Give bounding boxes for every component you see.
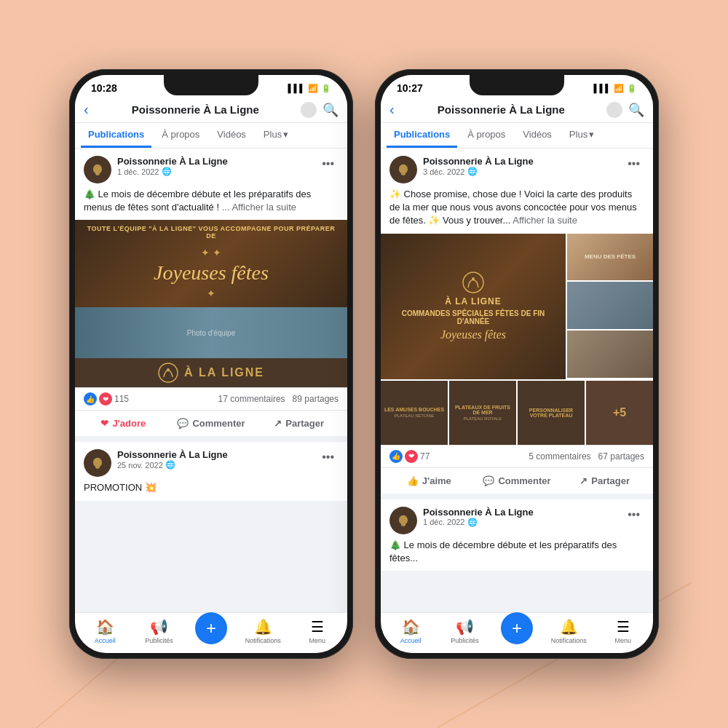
- post-meta-1-right: Poissonnerie À La Ligne 3 déc. 2022 🌐: [423, 156, 617, 176]
- nav-add-button-left[interactable]: +: [195, 612, 227, 644]
- fb-content-left[interactable]: Poissonnerie À La Ligne 1 déc. 2022 🌐 ••…: [75, 149, 347, 619]
- nav-accueil-left[interactable]: 🏠 Accueil: [87, 618, 123, 644]
- svg-point-9: [463, 272, 483, 293]
- page-title-left: Poissonnerie À La Ligne: [95, 103, 296, 116]
- post-avatar-1-left: [84, 156, 111, 183]
- tab-apropos-left[interactable]: À propos: [154, 123, 207, 148]
- phone-right-screen: 10:27 ▌▌▌ 📶 🔋 ‹ Poissonnerie À La Ligne …: [381, 75, 653, 653]
- post-options-2-right[interactable]: •••: [623, 507, 644, 523]
- post-options-1-right[interactable]: •••: [623, 156, 644, 172]
- bottom-nav-left: 🏠 Accueil 📢 Publicités + 🔔 Notifications…: [75, 612, 347, 653]
- page-avatar-right: [606, 102, 622, 118]
- signal-icon-right: ▌▌▌: [594, 84, 611, 92]
- fb-tabs-right: Publications À propos Vidéos Plus ▾: [381, 123, 653, 149]
- menu-cursive: Joyeuses fêtes: [440, 328, 506, 341]
- share-button-1-left[interactable]: ↗ Partager: [256, 414, 341, 433]
- tab-publications-left[interactable]: Publications: [81, 123, 151, 148]
- reaction-stats-1-right: 5 commentaires 67 partages: [529, 451, 644, 462]
- nav-notifications-right[interactable]: 🔔 Notifications: [550, 618, 587, 644]
- reaction-icons-1-left: 👍 ❤ 115: [84, 392, 129, 405]
- post-image-1-left: TOUTE L'ÉQUIPE "À LA LIGNE" VOUS ACCOMPA…: [75, 220, 347, 387]
- menu-bottom-plus: +5: [586, 381, 653, 445]
- header-title-wrap-right: Poissonnerie À La Ligne: [400, 102, 622, 118]
- action-buttons-1-left: ❤ J'adore 💬 Commenter ↗ Partager: [75, 411, 347, 436]
- tab-more-left[interactable]: Plus ▾: [256, 123, 296, 148]
- reaction-stats-1-left: 17 commentaires 89 partages: [218, 394, 339, 404]
- reactions-bar-1-left: 👍 ❤ 115 17 commentaires 89 partages: [75, 387, 347, 411]
- heart-icon-right: ❤: [405, 450, 418, 463]
- battery-icon-right: 🔋: [627, 84, 637, 93]
- globe-icon-2: 🌐: [165, 460, 175, 470]
- post-header-2-left: Poissonnerie À La Ligne 25 nov. 2022 🌐 •…: [75, 442, 347, 481]
- reactions-bar-1-right: 👍 ❤ 77 5 commentaires 67 partages: [381, 445, 653, 468]
- home-icon-left: 🏠: [96, 618, 114, 636]
- nav-publicites-right[interactable]: 📢 Publicités: [447, 618, 483, 644]
- menu-bottom-2: PLATEAUX DE FRUITS DE MER PLATEAU ROYALE: [449, 381, 518, 445]
- battery-icon: 🔋: [321, 84, 331, 93]
- post-avatar-1-right: [389, 156, 417, 183]
- jadore-button-left[interactable]: ❤ J'adore: [81, 414, 166, 433]
- post-meta-2-left: Poissonnerie À La Ligne 25 nov. 2022 🌐: [117, 449, 312, 470]
- search-button-left[interactable]: 🔍: [323, 102, 339, 118]
- status-icons-left: ▌▌▌ 📶 🔋: [288, 84, 331, 93]
- fb-header-right: ‹ Poissonnerie À La Ligne 🔍: [381, 97, 653, 123]
- chevron-down-icon-right: ▾: [589, 129, 594, 140]
- nav-notifications-left[interactable]: 🔔 Notifications: [245, 618, 281, 644]
- nav-add-button-right[interactable]: +: [501, 612, 533, 644]
- megaphone-icon-left: 📢: [150, 618, 168, 636]
- like-icon-right: 👍: [389, 450, 403, 463]
- jaime-button-right[interactable]: 👍 J'aime: [387, 471, 472, 491]
- menu-side-panels: MENU DES FÊTES: [566, 234, 653, 379]
- post-author-2-right: Poissonnerie À La Ligne: [423, 507, 617, 518]
- tab-videos-left[interactable]: Vidéos: [210, 123, 253, 148]
- reaction-icons-1-right: 👍 ❤ 77: [389, 450, 430, 463]
- share-button-1-right[interactable]: ↗ Partager: [562, 471, 647, 491]
- like-action-icon: 👍: [407, 475, 419, 486]
- post-card-2-left: Poissonnerie À La Ligne 25 nov. 2022 🌐 •…: [75, 442, 347, 500]
- post-avatar-2-left: [84, 449, 111, 477]
- bell-icon-left: 🔔: [254, 618, 272, 636]
- comment-icon: 💬: [177, 418, 189, 429]
- promo-banner-left: TOUTE L'ÉQUIPE "À LA LIGNE" VOUS ACCOMPA…: [75, 220, 347, 307]
- tab-publications-right[interactable]: Publications: [387, 123, 457, 148]
- menu-side-1: MENU DES FÊTES: [566, 234, 653, 282]
- search-button-right[interactable]: 🔍: [628, 102, 644, 118]
- page-avatar-left: [301, 102, 317, 118]
- nav-menu-right[interactable]: ☰ Menu: [605, 618, 641, 644]
- comment-button-1-right[interactable]: 💬 Commenter: [475, 471, 560, 491]
- globe-icon-r2: 🌐: [467, 518, 478, 527]
- banner-cursive: Joyeuses fêtes: [154, 261, 269, 285]
- brand-name-left: À LA LIGNE: [184, 366, 264, 379]
- post-header-2-right: Poissonnerie À La Ligne 1 déc. 2022 🌐 ••…: [381, 499, 653, 539]
- post-text-1-right: ✨ Chose promise, chose due ! Voici la ca…: [381, 188, 653, 234]
- stars-deco: ✦ ✦: [201, 247, 221, 258]
- fb-header-left: ‹ Poissonnerie À La Ligne 🔍: [75, 97, 347, 123]
- tab-more-right[interactable]: Plus ▾: [562, 123, 601, 148]
- nav-menu-left[interactable]: ☰ Menu: [299, 618, 336, 644]
- tab-apropos-right[interactable]: À propos: [460, 123, 513, 148]
- menu-main-title: COMMANDES SPÉCIALES FÊTES DE FIN D'ANNÉE: [388, 309, 558, 325]
- fb-tabs-left: Publications À propos Vidéos Plus ▾: [75, 123, 347, 149]
- comment-button-1-left[interactable]: 💬 Commenter: [169, 414, 254, 433]
- svg-point-10: [472, 277, 475, 280]
- phone-left-screen: 10:28 ▌▌▌ 📶 🔋 ‹ Poissonnerie À La Ligne …: [75, 75, 347, 653]
- phone-right-notch: [470, 75, 564, 95]
- back-button-left[interactable]: ‹: [84, 101, 89, 118]
- wifi-icon: 📶: [308, 84, 318, 93]
- post-header-1-left: Poissonnerie À La Ligne 1 déc. 2022 🌐 ••…: [75, 149, 347, 188]
- fb-content-right[interactable]: Poissonnerie À La Ligne 3 déc. 2022 🌐 ••…: [381, 149, 653, 619]
- nav-publicites-left[interactable]: 📢 Publicités: [141, 618, 178, 644]
- nav-accueil-right[interactable]: 🏠 Accueil: [392, 618, 429, 644]
- post-options-2-left[interactable]: •••: [317, 449, 339, 465]
- post-date-2-right: 1 déc. 2022 🌐: [423, 518, 617, 527]
- signal-icon: ▌▌▌: [288, 84, 305, 92]
- menu-icon-left: ☰: [311, 618, 324, 636]
- menu-main-panel: À LA LIGNE COMMANDES SPÉCIALES FÊTES DE …: [381, 234, 566, 379]
- post-author-1-right: Poissonnerie À La Ligne: [423, 156, 617, 167]
- tab-videos-right[interactable]: Vidéos: [515, 123, 559, 148]
- post-options-1-left[interactable]: •••: [317, 156, 339, 172]
- bottom-nav-right: 🏠 Accueil 📢 Publicités + 🔔 Notifications…: [381, 612, 653, 653]
- time-right: 10:27: [397, 82, 423, 94]
- back-button-right[interactable]: ‹: [389, 101, 395, 118]
- menu-side-3: [566, 331, 653, 379]
